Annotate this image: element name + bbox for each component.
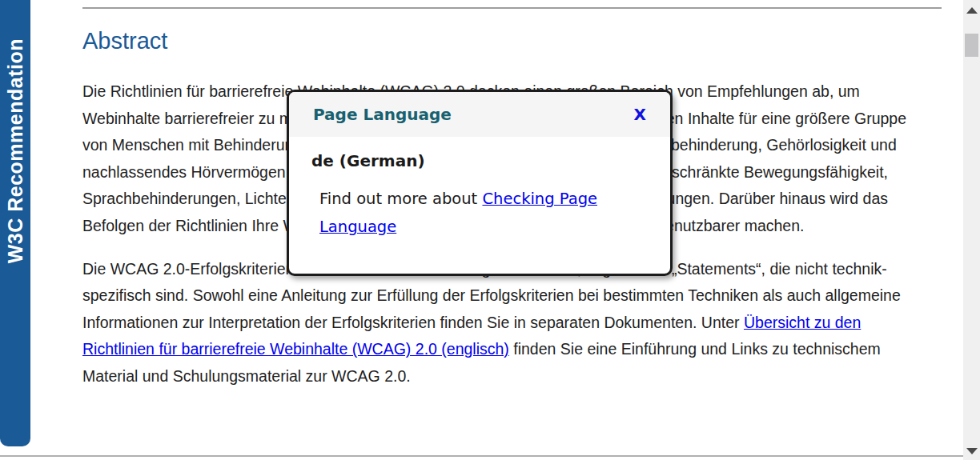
abstract-heading: Abstract bbox=[82, 28, 942, 54]
page-language-dialog: Page Language X de (German) Find out mor… bbox=[287, 90, 673, 276]
dialog-body: de (German) Find out more about Checking… bbox=[289, 137, 670, 241]
section-divider bbox=[82, 7, 942, 9]
scrollbar-thumb[interactable] bbox=[965, 34, 978, 57]
dialog-text: Find out more about Checking Page Langua… bbox=[319, 185, 648, 241]
content-bottom-divider bbox=[0, 455, 963, 457]
dialog-text-before: Find out more about bbox=[319, 190, 482, 208]
scroll-down-icon[interactable] bbox=[966, 448, 978, 454]
w3c-recommendation-banner: W3C Recommendation bbox=[0, 0, 30, 446]
dialog-header: Page Language X bbox=[289, 92, 670, 137]
scrollbar[interactable] bbox=[963, 0, 980, 460]
banner-label: W3C Recommendation bbox=[4, 38, 27, 263]
close-button[interactable]: X bbox=[634, 105, 646, 124]
scroll-up-icon[interactable] bbox=[966, 7, 978, 14]
dialog-title: Page Language bbox=[313, 105, 634, 124]
language-value: de (German) bbox=[311, 151, 648, 170]
